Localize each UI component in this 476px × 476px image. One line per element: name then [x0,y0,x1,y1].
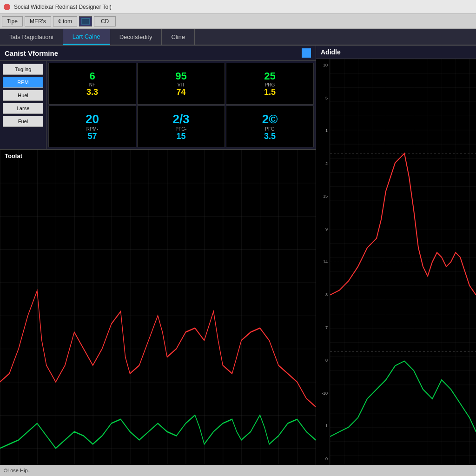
ctrl-larse[interactable]: Larse [3,103,43,114]
tab-bar: Tats Ragiclationi Lart Caine Decolstedit… [0,29,476,46]
tab-1[interactable]: Lart Caine [63,29,110,45]
y-label-9: 9 [317,227,329,231]
right-chart-svg-container [330,59,476,465]
gauge-4: 2/3 PFG- 15 [137,106,225,147]
y-label-1b: 1 [317,423,329,428]
gauge-5-top: 2© [262,112,278,126]
main-content: Tats Ragiclationi Lart Caine Decolstedit… [0,29,476,465]
y-label-15: 15 [317,194,329,198]
gauge-2-top: 25 [264,70,275,82]
gauge-3: 20 RPM- 57 [48,106,136,147]
right-chart-header: Adidle [316,46,476,59]
menu-cd[interactable]: CD [94,16,116,26]
left-chart-label: Toolat [5,152,22,159]
y-label-8a: 8 [317,292,329,297]
svg-rect-1 [82,19,89,24]
gauge-2-label: PRG [265,82,275,87]
right-panel: Adidle 10 5 1 2 15 9 14 8 7 8 -10 1 0 [316,46,476,465]
gauge-4-label: PFG- [176,126,187,132]
gauge-5: 2© PFG 3.5 [226,106,314,147]
header-blue-indicator [302,48,311,58]
right-chart-wrapper: 10 5 1 2 15 9 14 8 7 8 -10 1 0 [316,59,476,465]
menu-bar: Tipe MER's ¢ tom CD [0,14,476,29]
gauge-2-bottom: 1.5 [264,87,276,97]
gauge-0: 6 NF 3.3 [48,63,136,105]
ctrl-rpm[interactable]: RPM [3,77,43,88]
gauge-0-label: NF [89,82,95,87]
gauge-3-label: RPM- [86,126,99,132]
ctrl-fuel[interactable]: Fuel [3,116,43,127]
left-chart-area: Toolat [0,150,316,465]
y-label-10: 10 [317,63,329,67]
y-label-neg10: -10 [317,391,329,396]
y-label-0: 0 [317,456,329,461]
left-chart-svg [0,150,316,465]
instrument-header: Canist Vformine [0,46,316,61]
gauge-5-label: PFG [265,126,275,132]
gauge-grid: 6 NF 3.3 95 VIT 74 25 PRG 1.5 [46,61,316,149]
y-label-7: 7 [317,325,329,330]
gauge-5-bottom: 3.5 [264,132,276,141]
instrument-grid: Tugling RPM Huel Larse Fuel 6 NF 3.3 95 [0,61,316,150]
gauge-1-bottom: 74 [176,87,185,97]
title-bar: Social Widldixar Redinast Designer Tol) [0,0,476,14]
gauge-2: 25 PRG 1.5 [226,63,314,105]
gauge-1-label: VIT [178,82,185,87]
gauge-3-top: 20 [86,112,99,126]
y-label-14: 14 [317,259,329,264]
menu-mers[interactable]: MER's [25,16,51,26]
gauge-3-bottom: 57 [87,132,97,141]
left-panel: Canist Vformine Tugling RPM Huel Larse F… [0,46,316,465]
tab-3[interactable]: Cline [162,29,195,45]
menu-tipe[interactable]: Tipe [2,16,23,26]
status-bar: ©Lose Hip.. [0,465,476,476]
y-label-5: 5 [317,96,329,100]
ctrl-huel[interactable]: Huel [3,90,43,101]
menu-tom[interactable]: ¢ tom [53,16,77,26]
instrument-title: Canist Vformine [5,49,58,57]
y-label-8b: 8 [317,358,329,363]
gauge-4-bottom: 15 [176,132,185,141]
status-text: ©Lose Hip.. [4,468,31,473]
y-label-2: 2 [317,161,329,166]
content-row: Canist Vformine Tugling RPM Huel Larse F… [0,46,476,465]
right-chart-svg [330,59,476,465]
svg-rect-3 [0,150,316,465]
gauge-1: 95 VIT 74 [137,63,225,105]
y-label-1a: 1 [317,128,329,133]
ctrl-tugling[interactable]: Tugling [3,64,43,75]
close-button[interactable] [4,4,10,10]
tab-0[interactable]: Tats Ragiclationi [0,29,63,45]
app-title: Social Widldixar Redinast Designer Tol) [14,4,112,10]
gauge-0-bottom: 3.3 [86,87,98,97]
gauge-4-top: 2/3 [172,112,189,126]
right-y-axis: 10 5 1 2 15 9 14 8 7 8 -10 1 0 [316,59,330,465]
gauge-0-top: 6 [89,70,95,82]
left-controls: Tugling RPM Huel Larse Fuel [0,61,46,149]
tab-2[interactable]: Decolstedity [110,29,162,45]
gauge-1-top: 95 [175,70,186,82]
menu-icon[interactable] [79,16,92,26]
